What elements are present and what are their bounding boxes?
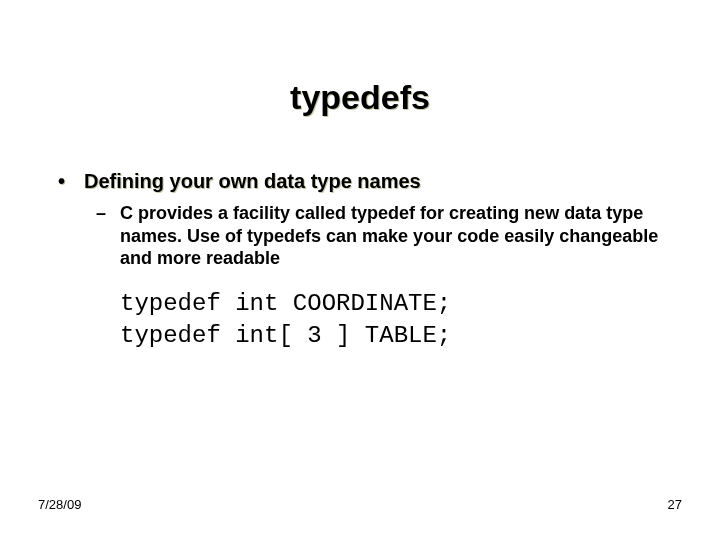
- dash-icon: –: [96, 202, 106, 225]
- sub-bullet: – C provides a facility called typedef f…: [96, 202, 660, 270]
- slide: typedefs • Defining your own data type n…: [0, 0, 720, 540]
- slide-title: typedefs: [0, 78, 720, 117]
- main-bullet-text: Defining your own data type names: [84, 170, 680, 193]
- code-block: typedef int COORDINATE; typedef int[ 3 ]…: [120, 288, 451, 353]
- main-bullet: • Defining your own data type names: [58, 170, 680, 193]
- code-line-1: typedef int COORDINATE;: [120, 290, 451, 317]
- bullet-icon: •: [58, 170, 65, 193]
- sub-bullet-text: C provides a facility called typedef for…: [120, 202, 660, 270]
- footer-page-number: 27: [668, 497, 682, 512]
- footer-date: 7/28/09: [38, 497, 81, 512]
- code-line-2: typedef int[ 3 ] TABLE;: [120, 322, 451, 349]
